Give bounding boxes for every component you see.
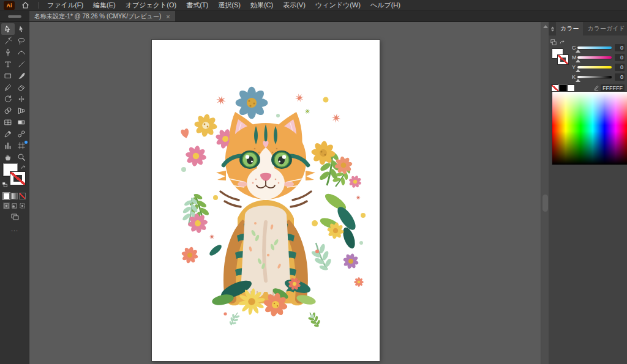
color-panel: カラー カラーガイド C0M0Y0K0: [549, 22, 627, 364]
menu-item-4[interactable]: 選択(S): [213, 0, 246, 10]
color-panel-mini-icons: [550, 39, 565, 45]
edit-toolbar-button[interactable]: ...: [0, 225, 29, 232]
swap-colors-icon[interactable]: [559, 39, 565, 45]
canvas-vertical-scrollbar[interactable]: [541, 22, 549, 364]
menu-item-1[interactable]: 編集(E): [88, 0, 121, 10]
shape-builder-icon: [4, 106, 12, 115]
menu-item-0[interactable]: ファイル(F): [42, 0, 88, 10]
hand-tool[interactable]: [1, 151, 15, 163]
gradient-fill-button[interactable]: [11, 193, 18, 199]
menu-item-3[interactable]: 書式(T): [181, 0, 213, 10]
graph-icon: [4, 141, 12, 150]
slider-track-y[interactable]: [577, 66, 612, 69]
width-tool[interactable]: [15, 93, 28, 105]
stroke-none-slash-icon: [10, 172, 25, 185]
stacked-swatches-icon[interactable]: [550, 39, 557, 45]
gradient-icon: [17, 118, 26, 127]
slider-thumb-c[interactable]: [576, 50, 580, 53]
line-icon: [17, 60, 26, 69]
magic-wand-icon: [4, 37, 12, 45]
white-color-swatch[interactable]: [567, 84, 575, 92]
shape-builder-tool[interactable]: [1, 105, 15, 116]
panel-stroke-swatch[interactable]: [558, 55, 568, 64]
color-spectrum[interactable]: [552, 92, 627, 165]
document-tab[interactable]: 名称未設定-1* @ 78.26 % (CMYK/プレビュー) ×: [29, 11, 175, 21]
none-swatch-slash-icon: [552, 85, 558, 91]
slider-track-m[interactable]: [577, 56, 612, 59]
paintbrush-tool[interactable]: [15, 70, 28, 81]
perspective-grid-tool[interactable]: [15, 105, 28, 116]
slider-value-k[interactable]: 0: [615, 73, 625, 81]
none-color-swatch[interactable]: [551, 84, 559, 92]
draw-normal-mode-icon[interactable]: [3, 202, 10, 209]
lasso-icon: [17, 37, 26, 45]
pen-icon: [4, 48, 12, 57]
panel-collapse-icon[interactable]: [549, 22, 556, 35]
graph-tool[interactable]: [1, 139, 15, 151]
scrollbar-up-arrow-icon[interactable]: [543, 25, 548, 28]
stroke-color-swatch[interactable]: [10, 172, 25, 185]
direct-selection-arrow-icon: [17, 25, 26, 34]
slider-value-y[interactable]: 0: [615, 64, 625, 71]
slider-thumb-k[interactable]: [576, 79, 580, 82]
mesh-tool[interactable]: [1, 116, 15, 128]
canvas-area[interactable]: [29, 22, 541, 364]
perspective-grid-icon: [17, 106, 26, 115]
zoom-icon: [17, 153, 26, 162]
curvature-tool[interactable]: [15, 46, 28, 58]
color-fill-button[interactable]: [3, 193, 10, 199]
color-panel-body: C0M0Y0K0 FFFFFF: [549, 35, 627, 364]
draw-behind-mode-icon[interactable]: [11, 202, 18, 209]
black-color-swatch[interactable]: [559, 84, 567, 92]
selection-tool[interactable]: [1, 23, 15, 35]
rotate-icon: [4, 95, 12, 103]
toolbar-dock-handle[interactable]: [0, 11, 29, 21]
cmyk-sliders: C0M0Y0K0: [572, 43, 625, 82]
lasso-tool[interactable]: [15, 35, 28, 46]
shaper-tool[interactable]: [1, 81, 15, 93]
tab-color-guide[interactable]: カラーガイド: [583, 22, 627, 35]
tab-color-label: カラー: [560, 24, 579, 33]
slider-row-k: K0: [572, 72, 625, 82]
slider-thumb-y[interactable]: [576, 69, 580, 72]
artboard-tool[interactable]: [15, 139, 28, 151]
blend-tool[interactable]: [15, 128, 28, 139]
home-icon[interactable]: [20, 1, 31, 10]
menu-item-2[interactable]: オブジェクト(O): [121, 0, 181, 10]
type-tool[interactable]: [1, 58, 15, 70]
slider-track-c[interactable]: [577, 46, 612, 49]
menu-item-5[interactable]: 効果(C): [246, 0, 278, 10]
pen-tool[interactable]: [1, 46, 15, 58]
menu-item-7[interactable]: ウィンドウ(W): [310, 0, 366, 10]
menu-item-8[interactable]: ヘルプ(H): [366, 0, 405, 10]
document-tab-title: 名称未設定-1* @ 78.26 % (CMYK/プレビュー): [34, 12, 161, 21]
draw-inside-mode-icon[interactable]: [19, 202, 26, 209]
line-segment-tool[interactable]: [15, 58, 28, 70]
scrollbar-thumb[interactable]: [543, 195, 548, 212]
gradient-tool[interactable]: [15, 116, 28, 128]
rotate-tool[interactable]: [1, 93, 15, 105]
menu-bar: Ai ファイル(F)編集(E)オブジェクト(O)書式(T)選択(S)効果(C)表…: [0, 0, 627, 11]
none-fill-button[interactable]: [19, 193, 26, 199]
change-screen-mode-icon[interactable]: [0, 214, 29, 220]
slider-track-k[interactable]: [577, 76, 612, 78]
slider-value-c[interactable]: 0: [615, 44, 625, 51]
slider-thumb-m[interactable]: [576, 59, 580, 62]
menubar-divider: [38, 2, 39, 9]
close-tab-icon[interactable]: ×: [166, 13, 170, 20]
eraser-tool[interactable]: [15, 81, 28, 93]
direct-selection-tool[interactable]: [15, 23, 28, 35]
hex-value-field[interactable]: FFFFFF: [601, 84, 625, 92]
zoom-tool[interactable]: [15, 151, 28, 163]
tab-color[interactable]: カラー: [556, 22, 583, 35]
artboard[interactable]: [152, 40, 380, 361]
slider-value-m[interactable]: 0: [615, 54, 625, 61]
rectangle-tool[interactable]: [1, 70, 15, 81]
magic-wand-tool[interactable]: [1, 35, 15, 46]
slider-row-m: M0: [572, 53, 625, 62]
default-fill-stroke-icon[interactable]: [2, 179, 8, 190]
tab-color-guide-label: カラーガイド: [587, 24, 625, 33]
menu-item-6[interactable]: 表示(V): [278, 0, 310, 10]
eyedropper-tool[interactable]: [1, 128, 15, 139]
mesh-icon: [4, 118, 12, 127]
